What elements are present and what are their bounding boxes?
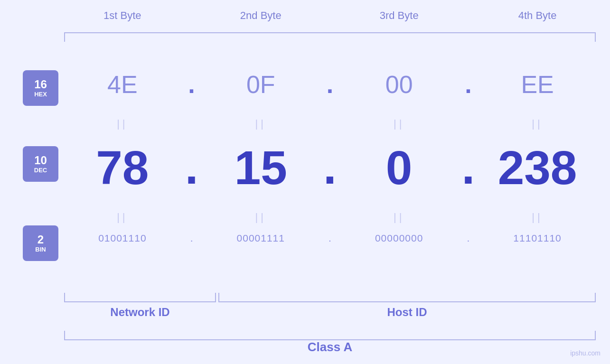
class-label: Class A xyxy=(64,340,596,355)
bin-byte4: 11101110 xyxy=(483,233,592,244)
byte1-header: 1st Byte xyxy=(68,9,177,22)
equals-row-1: || || || || xyxy=(64,118,596,130)
bin-base-number: 2 xyxy=(38,233,44,246)
hex-byte3: 00 xyxy=(345,70,454,99)
eq1-b3: || xyxy=(345,118,454,130)
dec-dot2: . xyxy=(323,140,337,195)
equals-row-2: || || || || xyxy=(64,211,596,224)
eq1-b1: || xyxy=(68,118,177,130)
hex-badge: 16 HEX xyxy=(23,70,58,106)
bin-byte2: 00001111 xyxy=(206,233,315,244)
bin-dot2: . xyxy=(323,233,337,244)
eq2-b2: || xyxy=(206,211,315,224)
network-id-bracket xyxy=(64,293,216,302)
bin-values-row: 01001110 . 00001111 . 00000000 . 1110111… xyxy=(64,233,596,244)
dec-base-number: 10 xyxy=(34,154,47,167)
host-id-bracket xyxy=(218,293,596,302)
bin-base-name: BIN xyxy=(35,246,46,253)
hex-values-row: 4E . 0F . 00 . EE xyxy=(64,70,596,99)
dec-byte4: 238 xyxy=(483,144,592,191)
eq1-b4: || xyxy=(483,118,592,130)
bin-byte3: 00000000 xyxy=(345,233,454,244)
bin-badge: 2 BIN xyxy=(23,225,58,261)
dec-badge: 10 DEC xyxy=(23,146,58,182)
page-layout: 1st Byte 2nd Byte 3rd Byte 4th Byte 16 H… xyxy=(0,0,610,364)
top-bracket xyxy=(64,32,596,42)
hex-byte2: 0F xyxy=(206,70,315,99)
dec-base-name: DEC xyxy=(34,167,47,174)
dec-dot1: . xyxy=(185,140,199,195)
byte2-header: 2nd Byte xyxy=(206,9,315,22)
eq1-b2: || xyxy=(206,118,315,130)
dec-byte3: 0 xyxy=(345,144,454,191)
hex-byte1: 4E xyxy=(68,70,177,99)
bin-byte1: 01001110 xyxy=(68,233,177,244)
hex-byte4: EE xyxy=(483,70,592,99)
dec-byte2: 15 xyxy=(206,144,315,191)
byte3-header: 3rd Byte xyxy=(345,9,454,22)
dec-values-row: 78 . 15 . 0 . 238 xyxy=(64,140,596,195)
eq2-b1: || xyxy=(68,211,177,224)
bin-dot1: . xyxy=(185,233,199,244)
watermark: ipshu.com xyxy=(570,349,601,357)
byte4-header: 4th Byte xyxy=(483,9,592,22)
eq2-b4: || xyxy=(483,211,592,224)
byte-headers-row: 1st Byte 2nd Byte 3rd Byte 4th Byte xyxy=(64,9,596,22)
dec-dot3: . xyxy=(461,140,475,195)
hex-dot2: . xyxy=(323,70,337,99)
hex-dot3: . xyxy=(461,70,475,99)
host-id-label: Host ID xyxy=(218,306,596,319)
bin-dot3: . xyxy=(461,233,475,244)
class-bracket xyxy=(64,331,596,340)
network-id-label: Network ID xyxy=(64,306,216,319)
eq2-b3: || xyxy=(345,211,454,224)
hex-dot1: . xyxy=(185,70,199,99)
hex-base-number: 16 xyxy=(34,78,47,91)
hex-base-name: HEX xyxy=(34,91,47,98)
dec-byte1: 78 xyxy=(68,144,177,191)
